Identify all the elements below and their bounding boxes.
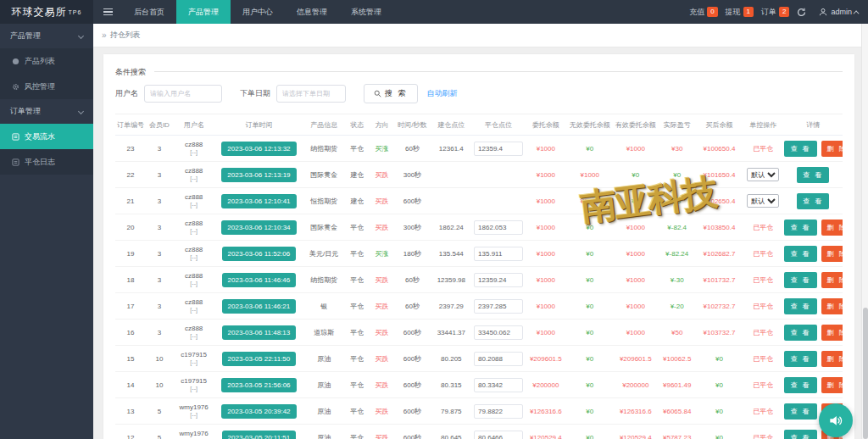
order-time-button[interactable]: 2023-03-06 11:52:06 bbox=[222, 247, 297, 261]
order-date-label-text: 下单日期 bbox=[240, 88, 270, 99]
cell-detail-actions: 查 看 bbox=[783, 188, 843, 214]
nav-info-mgmt[interactable]: 信息管理 bbox=[285, 0, 339, 24]
chevron-up-icon bbox=[854, 10, 860, 16]
table-body: 23 3 cz888[--] 2023-03-06 12:13:32 纳指期货 … bbox=[115, 136, 843, 439]
delete-button[interactable]: 删 除 bbox=[821, 298, 843, 314]
nav-user-center[interactable]: 用户中心 bbox=[231, 0, 285, 24]
cell-invalid-entrust: ¥0 bbox=[567, 320, 613, 346]
table-row: 23 3 cz888[--] 2023-03-06 12:13:32 纳指期货 … bbox=[115, 136, 843, 162]
order-time-button[interactable]: 2023-03-05 21:56:06 bbox=[221, 378, 296, 392]
username-input[interactable] bbox=[144, 85, 222, 103]
nav-backend-home[interactable]: 后台首页 bbox=[122, 0, 176, 24]
delete-button[interactable]: 删 除 bbox=[821, 377, 843, 393]
cell-close-point bbox=[472, 162, 525, 188]
cell-valid-entrust: ¥0 bbox=[613, 162, 659, 188]
view-button[interactable]: 查 看 bbox=[784, 141, 816, 157]
search-row: 用户名 下单日期 搜 索 自动刷新 bbox=[115, 84, 843, 103]
order-time-button[interactable]: 2023-03-05 22:11:50 bbox=[222, 352, 297, 366]
order-control-status: 已平仓 bbox=[753, 145, 773, 153]
delete-button[interactable]: 删 除 bbox=[821, 220, 843, 236]
cell-product: 原油 bbox=[303, 425, 345, 439]
nav-product-mgmt[interactable]: 产品管理 bbox=[176, 0, 231, 24]
floating-service-button[interactable] bbox=[819, 403, 853, 437]
cell-valid-entrust: ¥1000 bbox=[613, 293, 659, 320]
delete-button[interactable]: 删 除 bbox=[821, 246, 843, 262]
cell-seconds: 300秒 bbox=[394, 162, 430, 188]
view-button[interactable]: 查 看 bbox=[784, 298, 816, 314]
cell-order-id: 19 bbox=[115, 241, 146, 267]
cell-direction: 买跌 bbox=[369, 346, 394, 372]
cell-actual-profit: ¥-82.24 bbox=[659, 241, 696, 267]
cell-product: 纳指期货 bbox=[303, 136, 345, 162]
view-button[interactable]: 查 看 bbox=[784, 246, 816, 262]
search-button[interactable]: 搜 索 bbox=[364, 84, 418, 103]
cell-member-id: 3 bbox=[146, 188, 173, 214]
view-button[interactable]: 查 看 bbox=[784, 272, 816, 288]
order-control-select[interactable]: 默认 bbox=[747, 168, 779, 181]
cell-product: 原油 bbox=[303, 372, 345, 398]
table-row: 14 10 c197915[--] 2023-03-05 21:56:06 原油… bbox=[115, 372, 843, 398]
topbar-withdraw[interactable]: 提现 1 bbox=[726, 7, 754, 18]
cell-product: 纳指期货 bbox=[303, 267, 345, 293]
sidebar-group-product-mgmt[interactable]: 产品管理 bbox=[0, 24, 93, 48]
view-button[interactable]: 查 看 bbox=[797, 193, 829, 209]
sidebar-item-risk-mgmt[interactable]: 风控管理 bbox=[0, 74, 93, 99]
view-button[interactable]: 查 看 bbox=[784, 351, 816, 367]
cell-after-balance: ¥102682.7 bbox=[696, 241, 743, 267]
order-date-input[interactable] bbox=[276, 85, 346, 103]
order-time-button[interactable]: 2023-03-05 20:39:42 bbox=[221, 404, 296, 419]
cell-valid-entrust: ¥1000 bbox=[613, 320, 659, 346]
cell-member-id: 3 bbox=[146, 162, 173, 188]
order-time-button[interactable]: 2023-03-06 12:13:19 bbox=[221, 168, 296, 182]
column-header: 状态 bbox=[345, 114, 369, 136]
order-time-button[interactable]: 2023-03-06 12:10:34 bbox=[221, 220, 296, 235]
order-control-select[interactable]: 默认 bbox=[747, 194, 779, 208]
topbar-orders[interactable]: 订单 2 bbox=[761, 7, 789, 18]
cell-close-point: 80.2088 bbox=[472, 346, 525, 372]
content-area: 条件搜索 用户名 下单日期 搜 索 自动刷新 bbox=[93, 47, 868, 439]
cell-close-point bbox=[472, 188, 525, 214]
delete-button[interactable]: 删 除 bbox=[821, 141, 843, 157]
column-header: 实际盈亏 bbox=[659, 114, 696, 136]
view-button[interactable]: 查 看 bbox=[784, 403, 816, 420]
view-button[interactable]: 查 看 bbox=[784, 430, 816, 439]
order-time-button[interactable]: 2023-03-06 11:46:46 bbox=[222, 273, 297, 287]
cell-close-point: 80.3342 bbox=[472, 372, 525, 398]
refresh-icon[interactable] bbox=[797, 8, 806, 17]
cell-valid-entrust: ¥1000 bbox=[613, 214, 659, 241]
delete-button[interactable]: 删 除 bbox=[821, 272, 843, 288]
cell-actual-profit: ¥6065.84 bbox=[659, 398, 696, 425]
view-button[interactable]: 查 看 bbox=[797, 167, 829, 183]
view-button[interactable]: 查 看 bbox=[784, 220, 816, 236]
cell-status: 平仓 bbox=[345, 214, 369, 241]
cell-seconds: 600秒 bbox=[394, 398, 430, 425]
view-button[interactable]: 查 看 bbox=[784, 325, 816, 341]
sidebar-item-trade-flow[interactable]: 交易流水 bbox=[0, 124, 93, 149]
order-time-button[interactable]: 2023-03-06 11:48:13 bbox=[222, 325, 297, 340]
close-point-box: 12359.4 bbox=[474, 142, 523, 156]
order-control-status: 已平仓 bbox=[753, 303, 773, 310]
nav-system-mgmt[interactable]: 系统管理 bbox=[339, 0, 393, 24]
sidebar-item-product-list[interactable]: 产品列表 bbox=[0, 48, 93, 74]
delete-button[interactable]: 删 除 bbox=[821, 351, 843, 367]
cell-order-id: 16 bbox=[115, 320, 146, 346]
delete-button[interactable]: 删 除 bbox=[821, 325, 843, 341]
close-point-box: 2397.285 bbox=[474, 299, 523, 314]
sidebar-group-order-mgmt[interactable]: 订单管理 bbox=[0, 99, 93, 124]
view-button[interactable]: 查 看 bbox=[784, 377, 816, 393]
order-time-button[interactable]: 2023-03-06 12:10:41 bbox=[221, 194, 296, 208]
sidebar-item-close-log[interactable]: 平仓日志 bbox=[0, 149, 93, 175]
auto-refresh-link[interactable]: 自动刷新 bbox=[427, 88, 458, 99]
app-logo: 环球交易所 TP6 bbox=[0, 0, 93, 24]
order-time-button[interactable]: 2023-03-06 11:46:21 bbox=[222, 299, 297, 314]
menu-toggle-icon[interactable] bbox=[93, 0, 122, 24]
user-menu[interactable]: admin bbox=[819, 8, 860, 16]
table-row: 13 5 wmy1976[--] 2023-03-05 20:39:42 原油 … bbox=[115, 398, 843, 425]
order-time-button[interactable]: 2023-03-05 20:11:51 bbox=[222, 431, 297, 439]
order-time-button[interactable]: 2023-03-06 12:13:32 bbox=[221, 142, 296, 156]
vertical-scrollbar[interactable] bbox=[861, 24, 868, 439]
cell-order-id: 17 bbox=[115, 293, 146, 320]
cell-close-point: 80.6466 bbox=[472, 425, 525, 439]
topbar-recharge[interactable]: 充值 0 bbox=[689, 7, 717, 18]
scrollbar-thumb[interactable] bbox=[863, 308, 868, 439]
